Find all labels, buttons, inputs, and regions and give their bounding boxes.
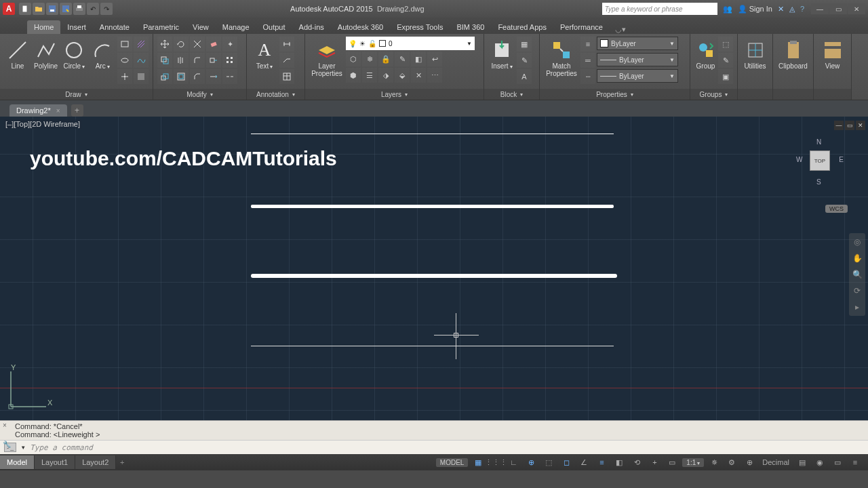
- erase-icon[interactable]: [206, 37, 221, 52]
- tab-featuredapps[interactable]: Featured Apps: [491, 20, 553, 34]
- viewcube-e[interactable]: E: [839, 156, 844, 163]
- break-icon[interactable]: [222, 69, 237, 84]
- layer-more-icon[interactable]: ⋯: [427, 68, 442, 83]
- tab-insert[interactable]: Insert: [60, 20, 93, 34]
- panel-title-layers[interactable]: Layers: [305, 89, 484, 100]
- panel-title-draw[interactable]: Draw: [0, 89, 153, 100]
- open-icon[interactable]: [33, 3, 45, 15]
- workspace-icon[interactable]: ⚙: [724, 456, 739, 468]
- saveas-icon[interactable]: [60, 3, 72, 15]
- cmd-wrench-icon[interactable]: 🔧: [3, 441, 11, 448]
- layer-freeze-icon[interactable]: ❄: [362, 52, 377, 66]
- tab-parametric[interactable]: Parametric: [136, 20, 186, 34]
- layer-make-icon[interactable]: ⬢: [346, 68, 361, 83]
- snap-toggle-icon[interactable]: ⋮⋮⋮: [488, 456, 503, 468]
- chamfer-icon[interactable]: [190, 69, 205, 84]
- new-icon[interactable]: [19, 3, 31, 15]
- minimize-button[interactable]: —: [811, 3, 829, 14]
- ortho-icon[interactable]: ∟: [506, 456, 521, 468]
- customize-icon[interactable]: ≡: [848, 456, 863, 468]
- app-icon[interactable]: A: [3, 3, 15, 15]
- tab-performance[interactable]: Performance: [553, 20, 610, 34]
- circle-button[interactable]: Circle: [61, 37, 88, 70]
- exchange-icon[interactable]: ✕: [778, 5, 784, 14]
- model-badge[interactable]: MODEL: [436, 458, 469, 467]
- panel-title-properties[interactable]: Properties: [540, 89, 690, 100]
- save-icon[interactable]: [46, 3, 58, 15]
- polyline-button[interactable]: Polyline: [33, 37, 60, 70]
- cmd-close-icon[interactable]: ×: [3, 422, 7, 429]
- layout1-tab[interactable]: Layout1: [35, 455, 75, 469]
- layer-walk-icon[interactable]: ☰: [362, 68, 377, 83]
- command-input[interactable]: Type a command: [30, 443, 864, 452]
- layer-state-icon[interactable]: ⬗: [378, 68, 393, 83]
- document-tab[interactable]: Drawing2*×: [9, 104, 67, 117]
- viewcube-s[interactable]: S: [816, 178, 821, 186]
- block-attr-icon[interactable]: A: [517, 69, 532, 84]
- vp-maximize-icon[interactable]: ▭: [845, 121, 854, 130]
- close-tab-icon[interactable]: ×: [56, 107, 60, 115]
- clipboard-button[interactable]: Clipboard: [777, 37, 809, 70]
- help-icon[interactable]: ?: [800, 5, 804, 13]
- lineweight-toggle-icon[interactable]: ≡: [594, 456, 609, 468]
- tab-manage[interactable]: Manage: [216, 20, 256, 34]
- annoscale-icon[interactable]: ✵: [707, 456, 722, 468]
- ellipse-icon[interactable]: [117, 53, 132, 68]
- viewcube[interactable]: N S E W TOP: [796, 137, 844, 184]
- linear-dim-icon[interactable]: [279, 37, 294, 52]
- view-button[interactable]: View: [818, 37, 847, 70]
- tab-home[interactable]: Home: [27, 20, 60, 34]
- layer-delete-icon[interactable]: ✕: [411, 68, 426, 83]
- showmotion-icon[interactable]: ▸: [851, 301, 863, 313]
- hatch-icon[interactable]: [134, 37, 149, 52]
- dyn-input-icon[interactable]: +: [647, 456, 662, 468]
- hardware-icon[interactable]: ▤: [795, 456, 810, 468]
- pan-icon[interactable]: ✋: [851, 252, 863, 264]
- new-tab-button[interactable]: +: [71, 104, 83, 117]
- layer-properties-button[interactable]: Layer Properties: [309, 37, 344, 77]
- point-icon[interactable]: [117, 69, 132, 84]
- layer-off-icon[interactable]: ⬡: [346, 52, 361, 66]
- stretch-icon[interactable]: [206, 53, 221, 68]
- infocenter-icon[interactable]: 👥: [723, 5, 732, 14]
- ribbon-collapse-icon[interactable]: ◡▾: [615, 25, 626, 34]
- layer-iso-icon[interactable]: ◧: [411, 52, 426, 66]
- insert-button[interactable]: Insert: [488, 37, 515, 70]
- layer-prev-icon[interactable]: ↩: [427, 52, 442, 66]
- copy-icon[interactable]: [157, 53, 172, 68]
- tab-annotate[interactable]: Annotate: [93, 20, 136, 34]
- tab-expresstools[interactable]: Express Tools: [390, 20, 450, 34]
- zoom-icon[interactable]: 🔍: [851, 268, 863, 281]
- viewport-label[interactable]: [–][Top][2D Wireframe]: [4, 119, 81, 129]
- redo-icon[interactable]: ↷: [100, 3, 113, 15]
- group-edit-icon[interactable]: ✎: [718, 53, 733, 68]
- scale-icon[interactable]: [157, 69, 172, 84]
- help-search-input[interactable]: Type a keyword or phrase: [602, 3, 717, 15]
- prop-lw-icon[interactable]: ═: [580, 53, 595, 68]
- fillet-icon[interactable]: [190, 53, 205, 68]
- color-dropdown[interactable]: ByLayer▼: [597, 37, 678, 50]
- otrack-icon[interactable]: ∠: [576, 456, 591, 468]
- cycling-icon[interactable]: ⟲: [629, 456, 644, 468]
- signin-button[interactable]: 👤 Sign In: [738, 5, 772, 14]
- move-icon[interactable]: [157, 37, 172, 52]
- tab-addins[interactable]: Add-ins: [292, 20, 331, 34]
- osnap-icon[interactable]: ◻: [559, 456, 574, 468]
- group-button[interactable]: Group: [694, 37, 717, 70]
- prop-lt-icon[interactable]: ┄: [580, 69, 595, 84]
- vp-close-icon[interactable]: ✕: [856, 121, 865, 130]
- layout2-tab[interactable]: Layout2: [75, 455, 116, 469]
- grid-toggle-icon[interactable]: ▦: [471, 456, 486, 468]
- arc-button[interactable]: Arc: [89, 37, 116, 70]
- panel-title-groups[interactable]: Groups: [690, 89, 737, 100]
- model-tab[interactable]: Model: [0, 455, 35, 469]
- prop-list-icon[interactable]: ≡: [580, 37, 595, 52]
- cleanscreen-icon[interactable]: ▭: [830, 456, 845, 468]
- undo-icon[interactable]: ↶: [87, 3, 99, 15]
- annomonitor-icon[interactable]: ⊕: [742, 456, 757, 468]
- lineweight-dropdown[interactable]: ByLayer▼: [597, 53, 678, 66]
- tab-output[interactable]: Output: [256, 20, 292, 34]
- spline-icon[interactable]: [134, 53, 149, 68]
- orbit-icon[interactable]: ⟳: [851, 285, 863, 297]
- transparency-icon[interactable]: ◧: [612, 456, 627, 468]
